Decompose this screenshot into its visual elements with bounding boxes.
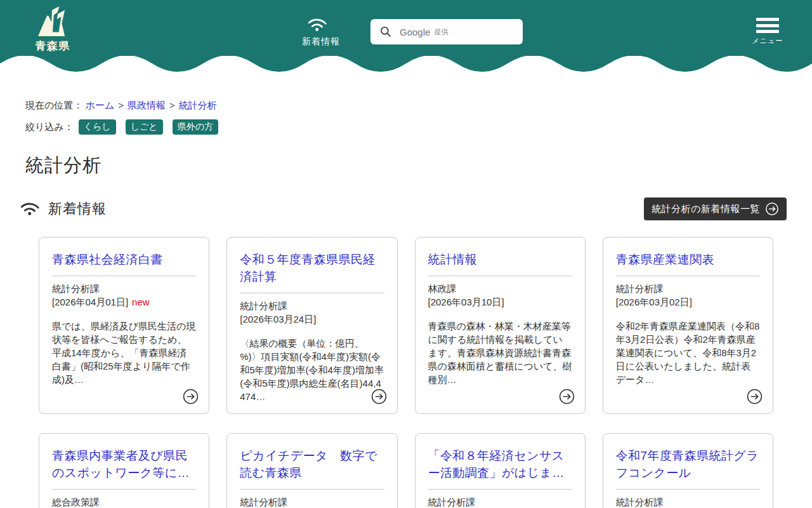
header-new-info-link[interactable]: 新着情報 [298,17,344,48]
card-title[interactable]: 統計情報 [428,251,572,268]
site-logo[interactable]: 青森県 [33,6,72,53]
filter-button[interactable]: くらし [79,119,116,135]
card-department: 統計分析課 [616,495,760,508]
breadcrumb: 現在の位置： ホーム>県政情報>統計分析 [25,99,787,112]
search-icon [379,25,392,38]
arrow-circle-icon [183,389,199,404]
card-divider [428,276,572,276]
news-card[interactable]: 青森県内事業者及び県民のスポットワーク等に… 総合政策課 [39,433,209,508]
page-title: 統計分析 [25,155,787,176]
card-date: [2026年03月02日] [616,297,692,307]
new-info-label: 新着情報 [302,36,340,46]
card-divider [616,276,760,276]
menu-button[interactable]: メニュー [747,18,788,46]
card-date: [2026年03月10日] [428,297,504,307]
arrow-circle-icon [371,389,387,404]
breadcrumb-link[interactable]: ホーム [86,100,115,110]
aomori-prefecture-logo-icon [36,6,70,38]
arrow-circle-icon [747,389,763,404]
arrow-circle-icon [559,389,575,404]
card-summary: 青森県の森林・林業・木材産業等に関する統計情報を掲載しています。青森県森林資源統… [428,319,572,386]
card-summary: 県では、県経済及び県民生活の現状等を皆様へご報告するため、平成14年度から、「青… [52,319,196,386]
card-department: 統計分析課 [428,495,572,508]
site-header: 青森県 新着情報 Google 提供 メニュー [0,0,812,56]
card-department: 林政課 [428,282,572,295]
card-summary: 令和2年青森県産業連関表（令和8年3月2日公表）令和2年青森県産業連関表について… [616,319,760,386]
filter-button[interactable]: 県外の方 [173,119,218,135]
news-card[interactable]: 統計情報 林政課 [2026年03月10日] 青森県の森林・林業・木材産業等に関… [415,237,586,414]
card-title[interactable]: ピカイチデータ 数字で読む青森県 [240,447,384,481]
news-card[interactable]: ピカイチデータ 数字で読む青森県 統計分析課 [226,433,397,508]
news-card[interactable]: 令和５年度青森県県民経済計算 統計分析課 [2026年03月24日] 〈結果の概… [226,237,397,414]
rss-icon [306,11,329,35]
header-wave-decoration [0,55,812,72]
hamburger-icon [756,18,779,33]
menu-label: メニュー [747,36,788,46]
card-title[interactable]: 令和7年度青森県統計グラフコンクール [616,447,760,481]
search-placeholder-brand: Google [400,27,430,37]
card-date: [2026年03月24日] [240,314,316,324]
card-title[interactable]: 「令和８年経済センサスー活動調査」がはじま… [428,447,572,481]
news-card[interactable]: 「令和８年経済センサスー活動調査」がはじま… 統計分析課 [415,433,586,508]
search-placeholder-sub: 提供 [434,27,448,37]
card-department: 総合政策課 [52,495,196,508]
card-title[interactable]: 青森県社会経済白書 [52,251,196,268]
card-date: [2026年04月01日] [52,297,128,307]
news-card[interactable]: 令和7年度青森県統計グラフコンクール 統計分析課 [603,433,773,508]
news-card[interactable]: 青森県社会経済白書 統計分析課 [2026年04月01日]new 県では、県経済… [39,237,209,414]
card-department: 統計分析課 [52,282,196,295]
card-title[interactable]: 令和５年度青森県県民経済計算 [240,251,384,285]
filter-label: 絞り込み： [25,121,74,133]
search-box[interactable]: Google 提供 [370,19,523,44]
card-divider [52,276,196,276]
filter-row: 絞り込み： くらししごと県外の方 [25,119,787,135]
card-divider [428,489,572,490]
card-divider [240,489,384,490]
card-divider [52,489,196,490]
breadcrumb-separator: > [169,100,175,110]
card-summary: 〈結果の概要（単位：億円、%)〉項目実額(令和4年度)実額(令和5年度)増加率(… [240,337,384,403]
card-department: 統計分析課 [616,282,760,295]
breadcrumb-label: 現在の位置： [25,100,82,110]
card-department: 統計分析課 [240,299,384,312]
breadcrumb-separator: > [118,100,124,110]
rss-icon [18,196,42,219]
card-title[interactable]: 青森県内事業者及び県民のスポットワーク等に… [52,447,196,481]
breadcrumb-link[interactable]: 県政情報 [128,100,166,110]
logo-text: 青森県 [33,39,72,53]
breadcrumb-link[interactable]: 統計分析 [179,100,217,110]
filter-button[interactable]: しごと [126,119,163,135]
arrow-circle-icon [765,202,779,216]
new-badge: new [132,297,150,307]
card-divider [616,489,760,490]
news-section-title: 新着情報 [25,199,107,218]
card-department: 統計分析課 [240,495,384,508]
news-card[interactable]: 青森県産業連関表 統計分析課 [2026年03月02日] 令和2年青森県産業連関… [603,237,773,414]
news-list-button[interactable]: 統計分析の新着情報一覧 [644,197,787,220]
news-card-grid: 青森県社会経済白書 統計分析課 [2026年04月01日]new 県では、県経済… [39,237,773,508]
card-title[interactable]: 青森県産業連関表 [616,251,760,268]
card-divider [240,293,384,293]
